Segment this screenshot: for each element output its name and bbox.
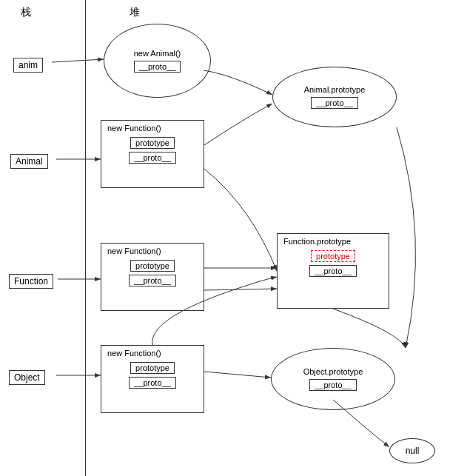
- stack-item-object: Object: [9, 370, 45, 385]
- new-function-animal-title: new Function(): [106, 124, 161, 133]
- stack-item-animal: Animal: [10, 154, 48, 169]
- function-prototype-prototype: prototype: [311, 250, 355, 262]
- function-prototype-rect: Function.prototype prototype __proto__: [277, 233, 389, 309]
- null-ellipse: null: [389, 438, 435, 463]
- svg-line-5: [204, 289, 277, 290]
- new-function-fn-proto: __proto__: [129, 275, 176, 286]
- new-function-obj-rect: new Function() prototype __proto__: [101, 345, 204, 413]
- animal-prototype-proto: __proto__: [311, 97, 358, 109]
- new-animal-ellipse: new Animal() __proto__: [104, 24, 211, 98]
- new-animal-title: new Animal(): [134, 49, 181, 58]
- new-function-obj-prototype: prototype: [130, 362, 175, 374]
- svg-line-7: [204, 372, 271, 378]
- object-prototype-title: Object.prototype: [303, 367, 363, 376]
- object-prototype-ellipse: Object.prototype __proto__: [271, 348, 395, 410]
- stack-item-anim: anim: [13, 58, 43, 73]
- stack-item-function: Function: [9, 274, 53, 289]
- diagram: 栈 堆 anim Animal Function Object new Anim…: [0, 0, 467, 476]
- new-function-obj-title: new Function(): [106, 349, 161, 358]
- new-function-animal-proto: __proto__: [129, 152, 176, 164]
- new-function-animal-rect: new Function() prototype __proto__: [101, 120, 204, 188]
- animal-prototype-title: Animal.prototype: [304, 85, 366, 94]
- new-function-fn-prototype: prototype: [130, 260, 175, 272]
- animal-prototype-ellipse: Animal.prototype __proto__: [272, 67, 397, 127]
- new-animal-proto: __proto__: [134, 61, 181, 73]
- svg-line-1: [52, 59, 104, 62]
- null-title: null: [406, 446, 420, 456]
- new-function-fn-title: new Function(): [106, 247, 161, 255]
- heap-header: 堆: [130, 6, 140, 19]
- new-function-fn-rect: new Function() prototype __proto__: [101, 243, 204, 311]
- new-function-obj-proto: __proto__: [129, 377, 176, 389]
- arrows-svg: [0, 0, 467, 476]
- new-function-animal-prototype: prototype: [130, 137, 175, 149]
- stack-header: 栈: [21, 6, 31, 19]
- object-prototype-proto: __proto__: [309, 379, 357, 391]
- function-prototype-title: Function.prototype: [282, 237, 351, 246]
- stack-heap-divider: [85, 0, 86, 476]
- function-prototype-proto: __proto__: [309, 265, 357, 277]
